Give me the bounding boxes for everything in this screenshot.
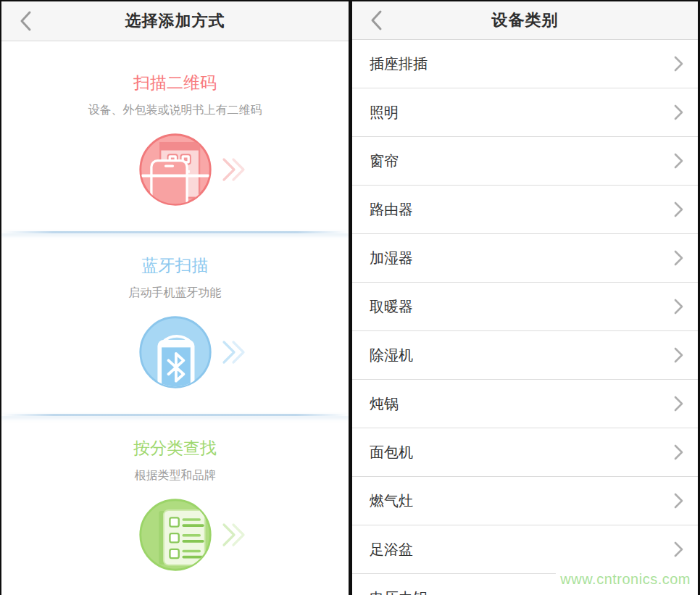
chevron-right-icon	[674, 104, 683, 120]
list-item-dehumidifier[interactable]: 除湿机	[352, 331, 698, 380]
method-subtitle: 设备、外包装或说明书上有二维码	[1, 103, 349, 118]
chevron-left-icon	[370, 9, 383, 31]
category-list: 插座排插 照明 窗帘 路由器 加湿器 取暖器	[352, 40, 698, 595]
watermark: www.cntronics.com	[556, 563, 698, 595]
chevron-right-icon	[674, 153, 683, 169]
list-item-router[interactable]: 路由器	[352, 186, 698, 234]
back-button[interactable]	[19, 10, 32, 32]
list-item-breadmaker[interactable]: 面包机	[352, 428, 698, 477]
category-list-icon	[138, 497, 213, 573]
add-method-screen: 选择添加方式 扫描二维码 设备、外包装或说明书上有二维码	[0, 1, 349, 595]
page-title: 选择添加方式	[125, 10, 225, 32]
double-chevron-icon	[222, 338, 246, 366]
qr-scan-icon	[138, 132, 213, 207]
list-item-gasstove[interactable]: 燃气灶	[352, 477, 698, 525]
bluetooth-scan-icon	[138, 315, 213, 390]
watermark-text: www.cntronics.com	[560, 571, 691, 588]
double-chevron-icon	[222, 521, 246, 549]
list-item-lighting[interactable]: 照明	[352, 88, 698, 137]
list-item-heater[interactable]: 取暖器	[352, 283, 698, 331]
chevron-right-icon	[674, 444, 683, 460]
method-title: 蓝牙扫描	[1, 256, 349, 276]
list-item-humidifier[interactable]: 加湿器	[352, 234, 698, 283]
chevron-left-icon	[19, 10, 32, 32]
chevron-right-icon	[674, 541, 683, 557]
list-item-curtain[interactable]: 窗帘	[352, 137, 698, 186]
chevron-right-icon	[674, 299, 683, 315]
list-item-stewpot[interactable]: 炖锅	[352, 380, 698, 428]
chevron-right-icon	[674, 493, 683, 509]
double-chevron-icon	[222, 156, 246, 183]
chevron-right-icon	[674, 396, 683, 412]
page-title: 设备类别	[492, 9, 559, 31]
list-item-socket[interactable]: 插座排插	[352, 40, 698, 88]
left-appbar: 选择添加方式	[1, 1, 349, 41]
method-subtitle: 启动手机蓝牙功能	[1, 286, 349, 301]
dual-screenshot: 选择添加方式 扫描二维码 设备、外包装或说明书上有二维码	[0, 0, 700, 595]
method-bluetooth-scan[interactable]: 蓝牙扫描 启动手机蓝牙功能	[1, 233, 349, 414]
chevron-right-icon	[674, 201, 683, 217]
method-title: 按分类查找	[1, 438, 349, 459]
chevron-right-icon	[674, 347, 683, 363]
right-appbar: 设备类别	[352, 1, 698, 40]
chevron-right-icon	[674, 250, 683, 266]
chevron-right-icon	[674, 56, 683, 72]
method-find-by-category[interactable]: 按分类查找 根据类型和品牌	[1, 416, 349, 595]
back-button[interactable]	[370, 9, 383, 31]
device-category-screen: 设备类别 插座排插 照明 窗帘 路由器 加湿器	[352, 1, 700, 595]
method-subtitle: 根据类型和品牌	[1, 468, 349, 483]
method-scan-qr[interactable]: 扫描二维码 设备、外包装或说明书上有二维码	[1, 41, 349, 231]
method-title: 扫描二维码	[1, 73, 349, 93]
